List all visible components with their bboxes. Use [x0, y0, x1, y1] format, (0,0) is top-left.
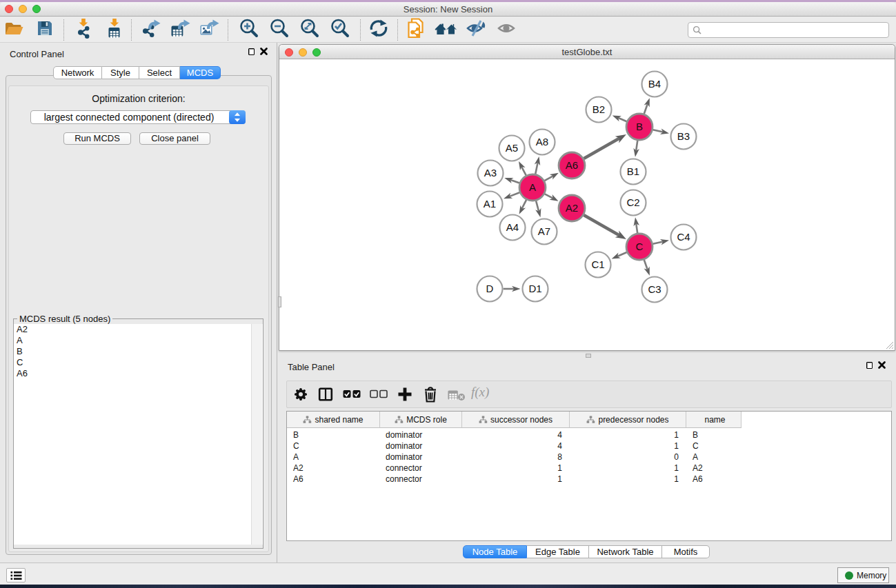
- svg-text:A2: A2: [566, 202, 578, 214]
- svg-text:C1: C1: [591, 258, 604, 270]
- svg-text:A7: A7: [538, 225, 550, 237]
- svg-text:B3: B3: [677, 130, 690, 142]
- svg-text:B2: B2: [593, 103, 605, 115]
- svg-text:A1: A1: [484, 198, 496, 210]
- svg-text:D1: D1: [528, 283, 541, 294]
- svg-text:B: B: [636, 121, 643, 132]
- svg-text:B1: B1: [627, 165, 639, 177]
- svg-text:C: C: [636, 241, 644, 252]
- svg-text:B4: B4: [648, 78, 661, 90]
- svg-text:A6: A6: [566, 159, 578, 171]
- svg-text:A3: A3: [484, 167, 497, 179]
- svg-text:C3: C3: [648, 283, 661, 295]
- svg-text:D: D: [486, 283, 494, 294]
- svg-text:C2: C2: [626, 196, 639, 208]
- svg-text:C4: C4: [677, 231, 690, 243]
- svg-text:A: A: [529, 181, 536, 193]
- svg-text:A4: A4: [506, 221, 519, 233]
- svg-text:A8: A8: [536, 136, 548, 148]
- svg-text:A5: A5: [506, 142, 518, 154]
